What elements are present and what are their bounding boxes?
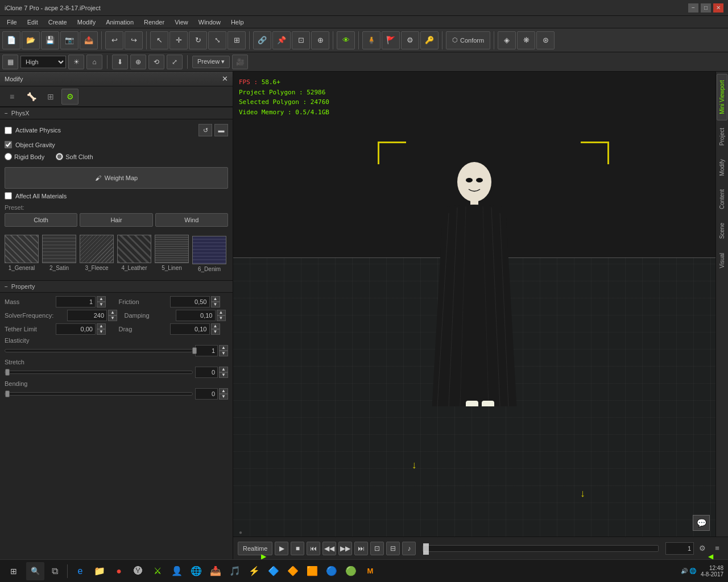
new-button[interactable]: 📄 [2, 31, 20, 49]
taskbar-explorer[interactable]: 📁 [90, 562, 109, 580]
settings2-button[interactable]: ⚙ [401, 31, 419, 49]
texture-general[interactable]: 1_General [5, 235, 39, 272]
bending-track[interactable] [5, 392, 193, 396]
taskbar-app2[interactable]: ⚔ [148, 562, 167, 580]
actor-button[interactable]: 🧍 [362, 31, 380, 49]
menu-create[interactable]: Create [44, 18, 72, 27]
taskbar-ie[interactable]: e [71, 562, 89, 580]
elasticity-down-btn[interactable]: ▼ [219, 351, 228, 356]
move-button[interactable]: ✛ [169, 31, 188, 49]
scale-button[interactable]: ⤡ [208, 31, 226, 49]
preset-cloth-btn[interactable]: Cloth [5, 213, 77, 227]
menu-render[interactable]: Render [139, 18, 169, 27]
back-btn[interactable]: ◀◀ [322, 542, 336, 555]
taskbar-app8[interactable]: 🔷 [264, 562, 283, 580]
property-collapse-btn[interactable]: − [5, 284, 8, 290]
stretch-track[interactable] [5, 371, 193, 374]
stretch-up-btn[interactable]: ▲ [219, 367, 228, 372]
plus-btn[interactable]: ⊕ [130, 55, 146, 69]
snap-button[interactable]: 📌 [272, 31, 291, 49]
rigid-body-radio[interactable] [5, 153, 12, 160]
menu-view[interactable]: View [170, 18, 193, 27]
menu-modify[interactable]: Modify [73, 18, 100, 27]
undo-button[interactable]: ↩ [105, 31, 123, 49]
taskbar-app11[interactable]: 🔵 [322, 562, 341, 580]
solver-up-btn[interactable]: ▲ [108, 310, 117, 315]
tab-gear[interactable]: ⚙ [61, 89, 78, 105]
menu-animation[interactable]: Animation [101, 18, 138, 27]
stretch-down-btn[interactable]: ▼ [219, 372, 228, 378]
next-btn[interactable]: ⏭ [354, 542, 368, 555]
side-tab-content[interactable]: Content [717, 183, 727, 215]
loop2-btn[interactable]: ⊟ [386, 542, 400, 555]
conform-button[interactable]: ⬡ Conform [446, 31, 490, 49]
search-button[interactable]: 🔍 [26, 562, 44, 580]
friction-up-btn[interactable]: ▲ [211, 296, 220, 302]
tl-settings-btn[interactable]: ⚙ [696, 542, 709, 555]
taskbar-app5[interactable]: 📥 [206, 562, 225, 580]
taskbar-chrome[interactable]: ● [110, 562, 128, 580]
home-btn[interactable]: ⌂ [86, 55, 102, 69]
eye-button[interactable]: 👁 [337, 31, 355, 49]
physx-collapse-btn[interactable]: − [5, 110, 8, 117]
elasticity-up-btn[interactable]: ▲ [219, 345, 228, 351]
video-btn[interactable]: 🎥 [232, 55, 248, 69]
redo-button[interactable]: ↪ [125, 31, 143, 49]
timeline-track[interactable] [423, 545, 659, 552]
object-gravity-checkbox[interactable] [5, 141, 12, 148]
taskbar-iclone[interactable]: M [361, 562, 379, 580]
preset-wind-btn[interactable]: Wind [155, 213, 228, 227]
physx-action1-btn[interactable]: ↺ [198, 124, 212, 136]
bending-up-btn[interactable]: ▲ [219, 388, 228, 394]
clone-button[interactable]: ⊕ [311, 31, 329, 49]
texture-linen[interactable]: 5_Linen [155, 235, 189, 272]
stretch-val-input[interactable] [195, 367, 218, 378]
taskbar-app1[interactable]: 🅨 [129, 562, 147, 580]
transform-button[interactable]: ⊞ [228, 31, 246, 49]
mass-down-btn[interactable]: ▼ [97, 302, 106, 307]
tether-up-btn[interactable]: ▲ [97, 323, 106, 329]
start-button[interactable]: ⊞ [2, 562, 25, 580]
friction-input[interactable] [170, 296, 210, 307]
link-button[interactable]: 🔗 [253, 31, 271, 49]
close-button[interactable]: ✕ [713, 3, 723, 13]
cycle-btn[interactable]: ⟲ [148, 55, 164, 69]
drag-up-btn[interactable]: ▲ [211, 323, 220, 329]
minimize-button[interactable]: − [688, 3, 698, 13]
sun-btn[interactable]: ☀ [68, 55, 84, 69]
elasticity-val-input[interactable] [195, 345, 218, 356]
quality-select[interactable]: High Medium Low [20, 56, 66, 68]
menu-file[interactable]: File [2, 18, 22, 27]
solver-freq-input[interactable] [67, 310, 107, 321]
taskbar-task-view[interactable]: ⧉ [46, 562, 64, 580]
chat-icon-btn[interactable]: 💬 [693, 515, 710, 531]
extra-btn3[interactable]: ⊛ [536, 31, 555, 49]
fwd-btn[interactable]: ▶▶ [338, 542, 352, 555]
stop-btn[interactable]: ■ [291, 542, 304, 555]
maximize-button[interactable]: □ [701, 3, 711, 13]
menu-edit[interactable]: Edit [23, 18, 43, 27]
solver-down-btn[interactable]: ▼ [108, 315, 117, 321]
tether-down-btn[interactable]: ▼ [97, 329, 106, 335]
select-button[interactable]: ↖ [150, 31, 168, 49]
side-tab-visual[interactable]: Visual [717, 247, 727, 275]
fit-btn[interactable]: ⤢ [167, 55, 183, 69]
frame-input[interactable] [665, 542, 694, 555]
tab-bones[interactable]: 🦴 [23, 89, 40, 105]
align-button[interactable]: ⊡ [292, 31, 310, 49]
viewport[interactable]: FPS : 58.6+ Project Polygon : 52986 Sele… [233, 72, 715, 537]
flag-button[interactable]: 🚩 [382, 31, 400, 49]
realtime-btn[interactable]: Realtime [238, 542, 272, 555]
rotate-button[interactable]: ↻ [189, 31, 207, 49]
extra-btn2[interactable]: ❋ [517, 31, 535, 49]
weight-map-button[interactable]: 🖌 Weight Map [5, 167, 228, 189]
loop-btn[interactable]: ⊡ [370, 542, 384, 555]
damping-input[interactable] [176, 310, 216, 321]
mass-up-btn[interactable]: ▲ [97, 296, 106, 302]
side-tab-scene[interactable]: Scene [717, 217, 727, 245]
mass-input[interactable] [56, 296, 96, 307]
tab-sliders[interactable]: ≡ [3, 89, 20, 105]
physx-action2-btn[interactable]: ▬ [214, 124, 228, 136]
taskbar-app9[interactable]: 🔶 [284, 562, 302, 580]
soft-cloth-radio[interactable] [56, 153, 63, 160]
